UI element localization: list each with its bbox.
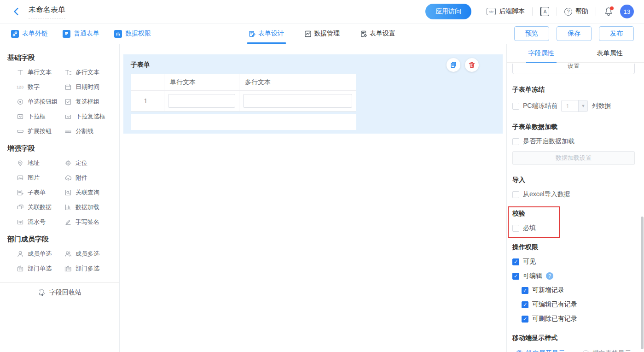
- normal-form-button[interactable]: 普通表单: [63, 29, 99, 38]
- palette-item-attachment[interactable]: 附件: [64, 170, 119, 185]
- palette-item-select[interactable]: 下拉框: [17, 109, 64, 124]
- palette-item-address[interactable]: 地址: [17, 156, 64, 170]
- copy-icon: [450, 61, 457, 69]
- palette-item-data-load[interactable]: 数据加载: [64, 200, 119, 215]
- palette-item-single-line-text[interactable]: 单行文本: [17, 65, 64, 80]
- palette-item-subform[interactable]: 子表单: [17, 185, 64, 200]
- pc-freeze-label: PC端冻结前: [523, 102, 557, 110]
- subform-freeze-heading: 子表单冻结: [512, 86, 635, 94]
- user-avatar[interactable]: 13: [620, 5, 634, 18]
- multi-line-text-icon: [64, 69, 72, 76]
- can-add-record-checkbox[interactable]: ✓: [522, 287, 528, 294]
- radio-unselected-icon: [582, 350, 589, 352]
- radio-vertical-expand[interactable]: 纵向展开显示: [516, 349, 565, 352]
- freeze-column-select[interactable]: 1 ▼: [561, 100, 588, 112]
- backend-script-label: 后端脚本: [499, 7, 525, 16]
- tab-form-settings-label: 表单设置: [370, 29, 395, 38]
- palette-item-member-multi[interactable]: 成员多选: [64, 246, 119, 261]
- divider: [596, 7, 596, 16]
- tab-form-settings[interactable]: 表单设置: [360, 23, 395, 44]
- notification-bell-button[interactable]: [603, 6, 614, 17]
- palette-item-multi-select[interactable]: 下拉复选框: [64, 109, 119, 124]
- palette-item-multi-line-text[interactable]: 多行文本: [64, 65, 119, 80]
- palette-label: 单选按钮组: [28, 98, 58, 106]
- subform-widget-selected[interactable]: 子表单 单行文本 多行文本 1: [123, 54, 503, 134]
- palette-item-linked-data[interactable]: 关联数据: [17, 200, 64, 215]
- back-button[interactable]: [11, 6, 21, 17]
- expand-button-icon: [17, 128, 24, 135]
- save-button[interactable]: 保存: [557, 26, 592, 41]
- backend-script-button[interactable]: </> 后端脚本: [487, 7, 525, 16]
- palette-item-expand-button[interactable]: 扩展按钮: [17, 124, 64, 139]
- multi-line-input[interactable]: [243, 94, 352, 108]
- pc-freeze-checkbox[interactable]: [512, 103, 519, 110]
- preview-button[interactable]: 预览: [514, 26, 549, 41]
- excel-import-checkbox[interactable]: [512, 191, 519, 198]
- field-recycle-bin-button[interactable]: 字段回收站: [0, 283, 119, 302]
- subform-table: 单行文本 多行文本 1: [131, 74, 356, 111]
- can-edit-record-checkbox[interactable]: ✓: [522, 301, 528, 308]
- editable-help-icon[interactable]: ?: [546, 272, 553, 280]
- tab-data-manage[interactable]: 数据管理: [304, 23, 340, 44]
- palette-item-location[interactable]: 定位: [64, 156, 119, 170]
- radio-horizontal-table[interactable]: 横向表格显示: [582, 349, 631, 352]
- editable-checkbox[interactable]: ✓: [512, 273, 519, 280]
- palette-item-divider-line[interactable]: 分割线: [64, 124, 119, 139]
- can-edit-record-label: 可编辑已有记录: [532, 300, 577, 309]
- tab-form-properties[interactable]: 表单属性: [575, 44, 644, 62]
- palette-label: 数字: [28, 83, 40, 91]
- design-canvas[interactable]: 子表单 单行文本 多行文本 1: [120, 44, 506, 352]
- address-book-icon: A: [540, 7, 549, 16]
- palette-item-signature[interactable]: 手写签名: [64, 215, 119, 229]
- enable-data-load-checkbox[interactable]: [512, 138, 519, 145]
- palette-item-image[interactable]: 图片: [17, 170, 64, 185]
- header-cell-index: [131, 74, 164, 90]
- subform-table-header: 单行文本 多行文本: [131, 74, 356, 91]
- palette-item-serial-number[interactable]: 流水号: [17, 215, 64, 229]
- data-manage-icon: [304, 30, 311, 37]
- required-label: 必填: [523, 224, 536, 232]
- palette-item-member-single[interactable]: 成员单选: [17, 246, 64, 261]
- palette-item-number[interactable]: 123 数字: [17, 80, 64, 94]
- data-load-settings-button[interactable]: 数据加载设置: [512, 151, 635, 165]
- freeze-column-value: 1: [562, 100, 578, 111]
- form-external-link-button[interactable]: 表单外链: [11, 29, 48, 38]
- required-checkbox[interactable]: [512, 225, 519, 232]
- section-enhanced-fields: 增强字段: [0, 144, 119, 153]
- tab-form-design[interactable]: 表单设计: [249, 23, 284, 44]
- palette-label: 附件: [75, 174, 87, 182]
- app-access-button[interactable]: 应用访问: [425, 4, 471, 19]
- palette-item-datetime[interactable]: 日期时间: [64, 80, 119, 94]
- visible-checkbox[interactable]: ✓: [512, 258, 519, 265]
- palette-item-checkbox-group[interactable]: 复选框组: [64, 94, 119, 109]
- image-icon: [17, 174, 24, 182]
- divider: [479, 7, 479, 16]
- form-title[interactable]: 未命名表单: [29, 5, 65, 18]
- number-icon: 123: [17, 85, 24, 89]
- copy-widget-button[interactable]: [447, 58, 460, 72]
- address-book-button[interactable]: A: [540, 7, 549, 16]
- palette-item-dept-multi[interactable]: 部门多选: [64, 261, 119, 276]
- data-permission-button[interactable]: 数据权限: [114, 29, 151, 38]
- palette-label: 成员单选: [28, 250, 52, 258]
- permissions-heading: 操作权限: [512, 243, 635, 252]
- excel-import-label: 从excel导入数据: [523, 190, 570, 199]
- panel-scrollbar[interactable]: [641, 217, 644, 349]
- document-icon: [63, 30, 70, 38]
- form-external-link-label: 表单外链: [22, 29, 48, 38]
- palette-item-lookup-query[interactable]: 关联查询: [64, 185, 119, 200]
- palette-item-radio-group[interactable]: 单选按钮组: [17, 94, 64, 109]
- radio-selected-icon: [516, 350, 523, 352]
- palette-label: 下拉复选框: [75, 112, 105, 121]
- publish-button[interactable]: 发布: [599, 26, 634, 41]
- member-single-icon: [17, 250, 24, 258]
- delete-widget-button[interactable]: [465, 58, 479, 72]
- single-line-input[interactable]: [168, 94, 235, 108]
- tab-field-properties[interactable]: 字段属性: [507, 44, 575, 62]
- settings-button[interactable]: 设置: [512, 64, 635, 74]
- palette-item-dept-single[interactable]: 部门单选: [17, 261, 64, 276]
- form-settings-icon: [360, 30, 367, 37]
- can-delete-record-checkbox[interactable]: ✓: [522, 316, 528, 323]
- help-button[interactable]: ? 帮助: [564, 7, 588, 16]
- lookup-query-icon: [64, 189, 72, 196]
